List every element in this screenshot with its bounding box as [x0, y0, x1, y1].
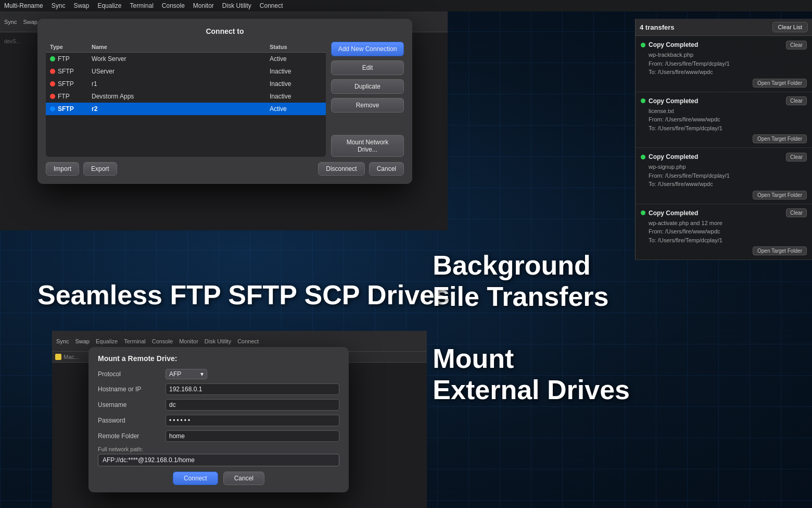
- transfer-item-2: Copy Completed Clear wp-signup.php From:…: [636, 148, 812, 204]
- mount-network-drive-button[interactable]: Mount Network Drive...: [331, 135, 404, 157]
- protocol-value: AFP: [169, 370, 181, 378]
- menu-item-equalize[interactable]: Equalize: [97, 2, 121, 9]
- right-hero-line2: File Transfers: [433, 281, 630, 313]
- menu-item-disk-utility[interactable]: Disk Utility: [222, 2, 251, 9]
- transfers-header: 4 transfers Clear List: [636, 19, 812, 36]
- protocol-select[interactable]: AFP ▾: [166, 369, 207, 379]
- status-dot-red-1: [50, 69, 55, 74]
- transfer-dot-1: [641, 98, 645, 103]
- menu-item-sync[interactable]: Sync: [52, 2, 66, 9]
- transfer-filename-0: wp-trackback.php: [649, 51, 807, 59]
- mount-dialog-title: Mount a Remote Drive:: [98, 354, 339, 363]
- conn-type-0: FTP: [58, 55, 70, 63]
- import-button[interactable]: Import: [46, 162, 79, 176]
- connect-dialog-title: Connect to: [46, 27, 404, 35]
- remote-folder-label: Remote Folder: [98, 432, 166, 440]
- hero-text: Seamless FTP SFTP SCP Drives: [37, 280, 450, 310]
- connection-row-4[interactable]: SFTP r2 Active: [46, 103, 326, 115]
- col-name: Name: [92, 44, 270, 50]
- protocol-label: Protocol: [98, 370, 166, 378]
- transfer-clear-button-0[interactable]: Clear: [786, 41, 807, 49]
- open-target-button-1[interactable]: Open Target Folder: [753, 134, 807, 143]
- conn-name-3: Devstorm Apps: [92, 93, 270, 100]
- connection-row-3[interactable]: FTP Devstorm Apps Inactive: [46, 90, 326, 103]
- connection-list-body: FTP Work Server Active SFTP UServer Inac…: [46, 53, 326, 157]
- transfer-from-0: From: /Users/fire/Temp/dcplay/1: [649, 59, 807, 68]
- conn-type-3: FTP: [58, 93, 70, 100]
- col-type: Type: [50, 44, 92, 50]
- menu-item-console[interactable]: Console: [162, 2, 185, 9]
- conn-name-1: UServer: [92, 68, 270, 75]
- connection-row-2[interactable]: SFTP r1 Inactive: [46, 78, 326, 90]
- conn-type-4: SFTP: [58, 105, 74, 113]
- transfer-clear-button-3[interactable]: Clear: [786, 208, 807, 217]
- mount-cancel-button[interactable]: Cancel: [223, 472, 264, 485]
- transfer-clear-button-1[interactable]: Clear: [786, 96, 807, 105]
- menu-bar: Multi-Rename Sync Swap Equalize Terminal…: [0, 0, 812, 11]
- disconnect-button[interactable]: Disconnect: [318, 162, 364, 176]
- hero-line1: Seamless FTP SFTP SCP Drives: [37, 280, 450, 310]
- open-target-button-0[interactable]: Open Target Folder: [753, 79, 807, 88]
- remove-button[interactable]: Remove: [331, 98, 404, 113]
- transfer-filename-1: license.txt: [649, 107, 807, 116]
- remote-folder-input[interactable]: [166, 430, 339, 442]
- connection-row-1[interactable]: SFTP UServer Inactive: [46, 65, 326, 78]
- transfer-filename-3: wp-activate.php and 12 more: [649, 219, 807, 228]
- transfer-to-2: To: /Users/fire/www/wpdc: [649, 180, 807, 189]
- mount-connect-button[interactable]: Connect: [173, 472, 218, 485]
- action-buttons-panel: Add New Connection Edit Duplicate Remove…: [331, 42, 404, 157]
- password-input[interactable]: [166, 415, 339, 426]
- transfer-from-2: From: /Users/fire/Temp/dcplay/1: [649, 171, 807, 180]
- open-target-button-2[interactable]: Open Target Folder: [753, 191, 807, 200]
- password-row: Password: [98, 415, 339, 426]
- export-button[interactable]: Export: [83, 162, 117, 176]
- transfer-to-0: To: /Users/fire/www/wpdc: [649, 68, 807, 77]
- transfer-item-3: Copy Completed Clear wp-activate.php and…: [636, 204, 812, 261]
- transfer-title-0: Copy Completed: [649, 40, 783, 49]
- open-target-button-3[interactable]: Open Target Folder: [753, 246, 807, 255]
- hostname-input[interactable]: [166, 383, 339, 395]
- status-dot-green-0: [50, 56, 55, 61]
- protocol-chevron: ▾: [200, 370, 204, 378]
- transfer-title-1: Copy Completed: [649, 96, 783, 106]
- username-input[interactable]: [166, 399, 339, 411]
- col-status: Status: [270, 44, 322, 50]
- conn-type-2: SFTP: [58, 80, 74, 88]
- status-dot-red-3: [50, 94, 55, 99]
- right-hero-line4: External Drives: [433, 375, 630, 406]
- menu-item-multi-rename[interactable]: Multi-Rename: [4, 2, 43, 9]
- connection-list-header: Type Name Status: [46, 42, 326, 53]
- menu-item-monitor[interactable]: Monitor: [193, 2, 214, 9]
- clear-list-button[interactable]: Clear List: [772, 22, 808, 32]
- cancel-button[interactable]: Cancel: [369, 162, 404, 176]
- connection-row-0[interactable]: FTP Work Server Active: [46, 53, 326, 65]
- mount-dialog-buttons: Connect Cancel: [98, 472, 339, 485]
- connect-to-dialog: Connect to Type Name Status FTP Work Ser…: [37, 19, 412, 184]
- transfer-clear-button-2[interactable]: Clear: [786, 153, 807, 162]
- full-path-label: Full network path:: [98, 446, 339, 452]
- transfer-dot-0: [641, 43, 645, 47]
- dialog-bottom: Import Export Disconnect Cancel: [46, 162, 404, 176]
- transfer-to-3: To: /Users/fire/Temp/dcplay/1: [649, 236, 807, 245]
- transfers-count: 4 transfers: [640, 23, 768, 31]
- transfer-dot-2: [641, 155, 645, 159]
- status-dot-red-2: [50, 81, 55, 86]
- add-new-connection-button[interactable]: Add New Connection: [331, 42, 404, 56]
- full-path-input[interactable]: [98, 454, 339, 466]
- menu-item-connect[interactable]: Connect: [260, 2, 283, 9]
- duplicate-button[interactable]: Duplicate: [331, 79, 404, 94]
- transfer-dot-3: [641, 210, 645, 215]
- conn-status-4: Active: [270, 105, 322, 113]
- mount-drive-dialog: Mount a Remote Drive: Protocol AFP ▾ Hos…: [88, 347, 349, 492]
- conn-name-2: r1: [92, 80, 270, 88]
- right-hero-line3: Mount: [433, 343, 630, 375]
- transfer-from-1: From: /Users/fire/www/wpdc: [649, 115, 807, 124]
- password-label: Password: [98, 417, 166, 424]
- menu-item-terminal[interactable]: Terminal: [130, 2, 153, 9]
- username-row: Username: [98, 399, 339, 411]
- connection-list-panel: Type Name Status FTP Work Server Active: [46, 42, 326, 157]
- conn-name-4: r2: [92, 105, 270, 113]
- hostname-label: Hostname or IP: [98, 386, 166, 393]
- edit-button[interactable]: Edit: [331, 60, 404, 75]
- menu-item-swap[interactable]: Swap: [73, 2, 89, 9]
